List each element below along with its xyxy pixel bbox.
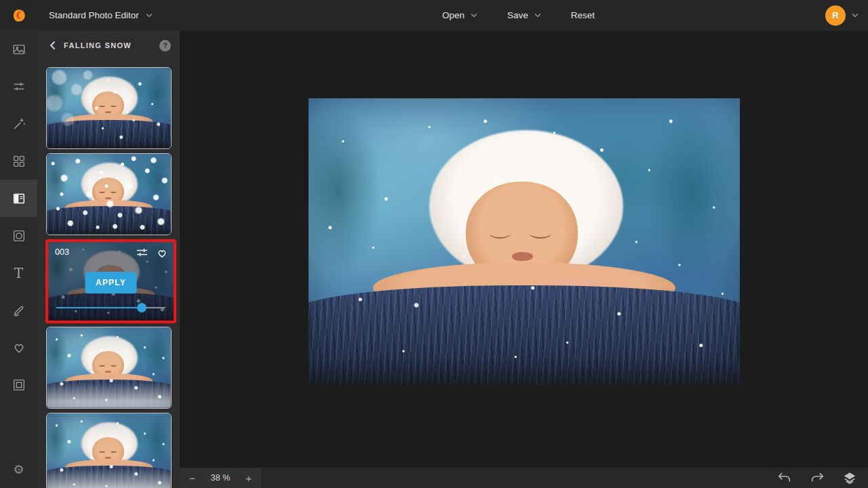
panel-title: FALLING SNOW (64, 41, 132, 49)
history-controls (777, 471, 868, 485)
filter-id-label: 003 (55, 247, 69, 257)
filter-thumbnail-5[interactable] (46, 413, 172, 488)
save-label: Save (507, 10, 528, 20)
snow-overlay (47, 154, 171, 235)
reset-button[interactable]: Reset (571, 0, 595, 30)
layers-button[interactable] (842, 471, 857, 485)
snow-overlay (47, 68, 171, 148)
adjustments-icon (12, 79, 26, 94)
rail-item-effects[interactable] (0, 105, 37, 142)
account-area: R (825, 5, 868, 26)
open-label: Open (442, 10, 465, 20)
chevron-down-icon (471, 13, 477, 18)
zoom-controls: − 38 % + (180, 468, 261, 488)
editor-mode-label: Standard Photo Editor (49, 10, 139, 20)
grid-icon (12, 154, 26, 169)
rail-item-draw[interactable] (0, 291, 37, 329)
rail-item-filters[interactable] (0, 142, 37, 180)
chevron-left-icon (50, 41, 56, 50)
top-menu: Open Save Reset (442, 0, 595, 30)
snow-overlay (309, 98, 740, 386)
rail-item-text[interactable]: T (0, 254, 37, 291)
layers-icon (842, 471, 857, 485)
filter-settings-icon[interactable] (136, 247, 148, 258)
chevron-down-icon (534, 13, 541, 18)
zoom-in-button[interactable]: + (245, 473, 252, 483)
back-button[interactable] (46, 39, 58, 52)
card-actions (136, 247, 168, 258)
app-logo-icon[interactable] (9, 6, 28, 25)
user-avatar[interactable]: R (825, 5, 846, 26)
zoom-out-button[interactable]: − (189, 473, 195, 483)
rail-item-photo[interactable] (0, 30, 37, 68)
text-icon: T (14, 265, 23, 281)
open-button[interactable]: Open (442, 0, 477, 30)
draw-icon (12, 303, 26, 318)
canvas-photo[interactable] (309, 98, 740, 386)
chevron-down-icon[interactable] (852, 13, 859, 18)
filter-thumbnail-4[interactable] (46, 327, 172, 409)
mask-icon (12, 228, 26, 243)
image-icon (12, 42, 26, 57)
redo-icon (810, 472, 825, 484)
save-button[interactable]: Save (507, 0, 541, 30)
intensity-slider[interactable] (56, 303, 165, 312)
panel-header: FALLING SNOW ? (37, 30, 180, 60)
workspace: T ⚙ (0, 30, 868, 488)
rail-spacer (0, 403, 37, 451)
snow-overlay (47, 413, 171, 488)
apply-button[interactable]: APPLY (85, 272, 137, 293)
redo-button[interactable] (810, 472, 825, 484)
rail-item-masks[interactable] (0, 217, 37, 254)
undo-button[interactable] (777, 472, 792, 484)
filter-preview-photo (47, 327, 171, 408)
filter-thumbnail-1[interactable] (46, 67, 172, 149)
rail-item-adjust[interactable] (0, 68, 37, 105)
filter-preview-photo (47, 68, 171, 148)
favorite-heart-icon[interactable] (156, 247, 168, 258)
selected-filter-card[interactable]: 003 APPLY (45, 239, 176, 323)
undo-icon (777, 472, 792, 484)
rail-item-settings[interactable]: ⚙ (0, 451, 37, 488)
card-slider-fill (56, 307, 142, 308)
snow-overlay (47, 327, 171, 408)
rail-item-frames[interactable] (0, 366, 37, 403)
overlays-panel: FALLING SNOW ? (37, 30, 180, 488)
reset-label: Reset (571, 10, 595, 20)
heart-icon (12, 340, 26, 355)
tool-rail: T ⚙ (0, 30, 37, 488)
filter-preview-photo (47, 154, 171, 235)
filter-thumbnail-list: 003 APPLY (37, 60, 180, 488)
filter-preview-photo (47, 413, 171, 488)
help-icon[interactable]: ? (159, 40, 171, 52)
rail-item-favorites[interactable] (0, 329, 37, 366)
rail-item-overlays[interactable] (0, 180, 37, 217)
gear-icon: ⚙ (13, 462, 24, 477)
filter-thumbnail-2[interactable] (46, 153, 172, 235)
chevron-down-icon (146, 13, 153, 18)
main-area: − 38 % + (180, 30, 868, 488)
card-slider-thumb[interactable] (137, 303, 146, 312)
photo-editor-app: Standard Photo Editor Open Save Reset R (0, 0, 868, 488)
magic-wand-icon (12, 117, 26, 131)
editor-mode-dropdown[interactable]: Standard Photo Editor (49, 10, 153, 20)
overlays-icon (12, 191, 26, 206)
canvas-area (180, 30, 868, 467)
zoom-level: 38 % (211, 473, 231, 483)
top-bar: Standard Photo Editor Open Save Reset R (0, 0, 868, 30)
frames-icon (12, 378, 26, 392)
bottom-bar: − 38 % + (180, 467, 868, 488)
